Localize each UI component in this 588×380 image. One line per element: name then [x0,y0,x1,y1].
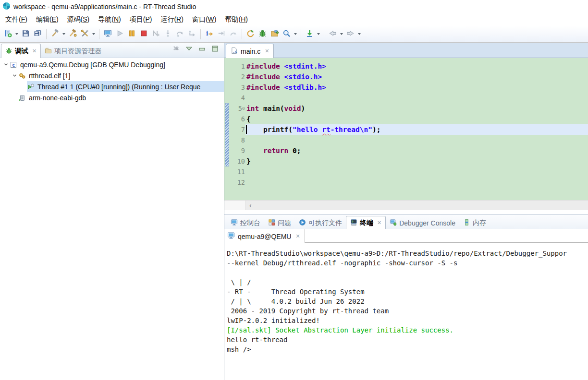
terminate-button[interactable] [138,28,150,40]
menu-item[interactable]: 导航(N) [94,13,125,26]
menu-item[interactable]: 窗口(W) [188,13,221,26]
nav-back-dropdown[interactable] [339,28,344,40]
debug-button[interactable] [257,28,269,40]
tree-row[interactable]: cqemu-a9.Qemu.Debug [GDB QEMU Debugging] [0,59,224,70]
tree-item[interactable]: rtthread.elf [1] [18,70,224,81]
annotation-margin[interactable] [224,166,231,177]
minimize-icon[interactable] [199,45,205,54]
tree-row[interactable]: Thread #1 1 (CPU#0 [running]) (Running :… [0,81,224,92]
menu-item[interactable]: 运行(R) [156,13,187,26]
debug-monitor-button[interactable] [102,28,114,40]
tree-item[interactable]: arm-none-eabi-gdb [18,92,224,103]
nav-forward-button[interactable] [344,28,356,40]
annotation-margin[interactable] [224,82,231,93]
menu-item[interactable]: 源码(S) [63,13,94,26]
editor-horizontal-scrollbar[interactable]: ‹ [224,200,588,210]
tree-row[interactable]: rtthread.elf [1] [0,70,224,81]
close-icon[interactable]: ✕ [32,48,37,54]
step-return-button[interactable] [186,28,198,40]
new-wizard-button[interactable] [2,28,14,40]
annotation-margin[interactable] [224,124,231,135]
bottom-tab-debugger-console[interactable]: Debugger Console [386,217,459,229]
line-number[interactable]: 6 [231,114,245,124]
bottom-tab-executables[interactable]: 可执行文件 [295,217,346,229]
scroll-left-icon[interactable]: ‹ [249,202,252,209]
step-into-button[interactable] [162,28,174,40]
close-icon[interactable]: ✕ [265,48,269,54]
download-button[interactable] [304,28,316,40]
save-all-button[interactable] [32,28,44,40]
bottom-tab-problems[interactable]: 问题 [264,217,295,229]
line-number[interactable]: 3 [231,82,245,93]
menu-item[interactable]: 编辑(E) [32,13,63,26]
annotation-margin[interactable] [224,71,231,82]
line-number[interactable]: 7 [231,124,245,135]
nav-back-button[interactable] [327,28,339,40]
line-number[interactable]: 10 [231,156,245,166]
panel-sash[interactable] [224,210,588,214]
line-number[interactable]: 11 [231,166,245,177]
bottom-tab-console[interactable]: 控制台 [227,217,264,229]
bottom-tab-terminal[interactable]: 终端✕ [346,216,386,229]
expander-icon[interactable] [11,73,18,78]
menu-item[interactable]: 项目(P) [125,13,157,26]
tab-debug[interactable]: 调试 ✕ [1,44,41,58]
toolbar-separator [242,29,242,39]
line-number[interactable]: 9 [231,145,245,156]
annotation-margin[interactable] [224,156,231,166]
annotation-margin[interactable] [224,93,231,103]
tab-main-c[interactable]: .c main.c ✕ [226,44,274,58]
tree-item[interactable]: Thread #1 1 (CPU#0 [running]) (Running :… [27,81,224,92]
line-number[interactable]: 4 [231,93,245,103]
resume-button[interactable] [114,28,126,40]
resume-at-line-button[interactable] [227,28,239,40]
build-hammer-dropdown[interactable] [61,28,67,40]
restart-button[interactable] [245,28,257,40]
menu-item[interactable]: 帮助(H) [220,13,252,26]
tree-row[interactable]: arm-none-eabi-gdb [0,92,224,103]
annotation-margin[interactable] [224,103,231,114]
nav-forward-dropdown[interactable] [356,28,362,40]
line-number[interactable]: 1 [231,61,245,71]
annotation-margin[interactable] [224,61,231,71]
close-icon[interactable]: ✕ [295,233,300,239]
line-number[interactable]: 2 [231,71,245,82]
annotation-margin[interactable] [224,135,231,145]
line-number[interactable]: 8 [231,135,245,145]
terminal-line [227,268,588,277]
step-over-button[interactable] [174,28,186,40]
line-number[interactable]: 12 [231,177,245,188]
tools-button[interactable] [79,28,91,40]
tools-dropdown[interactable] [91,28,97,40]
remove-terminated-icon[interactable] [173,45,179,54]
c-file-icon: .c [231,47,238,56]
tab-project-explorer[interactable]: 项目资源管理器 [41,45,105,58]
suspend-button[interactable] [126,28,138,40]
annotation-margin[interactable] [224,177,231,188]
tab-terminal-session[interactable]: qemu-a9@QEMU ✕ [224,229,305,243]
disconnect-button[interactable] [150,28,162,40]
search-dropdown[interactable] [293,28,298,40]
terminal-output[interactable]: D:\RT-ThreadStudio\workspace\qemu-a9>D:/… [224,243,588,380]
annotation-margin[interactable] [224,145,231,156]
download-dropdown[interactable] [316,28,321,40]
bottom-tab-memory[interactable]: 内存 [459,217,490,229]
build-hammer-button[interactable] [49,28,61,40]
tree-item[interactable]: cqemu-a9.Qemu.Debug [GDB QEMU Debugging] [10,59,224,70]
save-button[interactable] [20,28,32,40]
search-button[interactable] [281,28,293,40]
new-wizard-dropdown[interactable] [14,28,20,40]
main-toolbar: i [0,26,588,43]
move-to-line-button[interactable] [215,28,227,40]
menu-item[interactable]: 文件(F) [1,13,32,26]
instruction-step-button[interactable]: i [203,28,215,40]
annotation-margin[interactable] [224,114,231,124]
maximize-icon[interactable] [212,45,218,54]
code-editor[interactable]: 1#include <stdint.h>2#include <stdio.h>3… [224,58,588,200]
line-number[interactable]: 5⊖ [231,103,245,114]
view-menu-icon[interactable] [186,45,192,54]
close-icon[interactable]: ✕ [377,220,381,226]
expander-icon[interactable] [2,62,10,67]
run-config-folder-button[interactable] [269,28,281,40]
build-nail-button[interactable] [67,28,79,40]
